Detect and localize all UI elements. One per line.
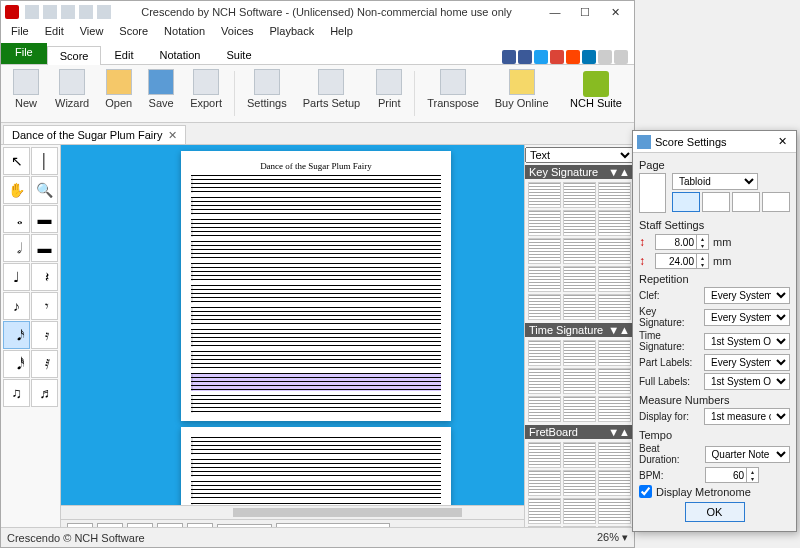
timesig-item[interactable] [528,396,561,422]
buy-button[interactable]: Buy Online [487,67,557,120]
close-tab-icon[interactable]: ✕ [168,129,177,142]
keysig-item[interactable] [598,238,631,264]
bpm-input[interactable] [706,468,746,482]
parts-setup-button[interactable]: Parts Setup [295,67,368,120]
timesig-item[interactable] [563,396,596,422]
qat-open-icon[interactable] [43,5,57,19]
staff-spacing-1-input[interactable] [656,235,696,249]
new-button[interactable]: New [5,67,47,120]
tab-score[interactable]: Score [47,46,102,65]
beat-select[interactable]: Quarter Note [705,446,790,463]
staff-line[interactable] [191,351,441,369]
tool-hand[interactable]: ✋ [3,176,30,204]
tool-whole-rest[interactable]: ▬ [31,205,58,233]
qat-undo-icon[interactable] [79,5,93,19]
settings-button[interactable]: Settings [239,67,295,120]
tool-quarter-note[interactable]: ♩ [3,263,30,291]
menu-view[interactable]: View [72,23,112,43]
tool-zoom[interactable]: 🔍 [31,176,58,204]
settings-icon[interactable] [598,50,612,64]
facebook-icon[interactable] [518,50,532,64]
panel-header-keysig[interactable]: Key Signature▼▲ [525,165,634,179]
help-dropdown-icon[interactable] [614,50,628,64]
clef-select[interactable]: Every System [704,287,790,304]
timesig-item[interactable] [563,368,596,394]
staff-line[interactable] [191,329,441,347]
staff-line[interactable] [191,481,441,499]
timesig-item[interactable] [528,368,561,394]
open-button[interactable]: Open [97,67,140,120]
fret-item[interactable] [563,498,596,524]
staff-line[interactable] [191,395,441,413]
keysig-item[interactable] [563,210,596,236]
keysig-item[interactable] [598,182,631,208]
staff-line[interactable] [191,219,441,237]
panel-header-timesig[interactable]: Time Signature▼▲ [525,323,634,337]
keysig-item[interactable] [528,294,561,320]
tool-eighth-rest[interactable]: 𝄾 [31,292,58,320]
keysig-item[interactable] [563,266,596,292]
bpm-spin[interactable]: ▴▾ [705,467,759,483]
tool-sixteenth-note[interactable]: 𝅘𝅥𝅯 [3,321,30,349]
keysig-item[interactable] [598,294,631,320]
collapse-icon[interactable]: ▼▲ [608,324,630,336]
displayfor-select[interactable]: 1st measure of line [704,408,790,425]
dialog-close-button[interactable]: ✕ [772,135,792,148]
qat-new-icon[interactable] [25,5,39,19]
timesig-item[interactable] [563,340,596,366]
keysig-select[interactable]: Every System [704,309,790,326]
staff-line[interactable] [191,241,441,259]
staff-line[interactable] [191,437,441,455]
staff-spacing-2[interactable]: ▴▾ [655,253,709,269]
transpose-button[interactable]: Transpose [419,67,487,120]
tool-quarter-rest[interactable]: 𝄽 [31,263,58,291]
tool-barline[interactable]: │ [31,147,58,175]
staff-line[interactable] [191,459,441,477]
keysig-item[interactable] [528,210,561,236]
linkedin-icon[interactable] [582,50,596,64]
panel-header-fretboard[interactable]: FretBoard▼▲ [525,425,634,439]
qat-save-icon[interactable] [61,5,75,19]
reddit-icon[interactable] [566,50,580,64]
orientation-portrait[interactable] [672,192,700,212]
keysig-item[interactable] [528,238,561,264]
tool-sixteenth-rest[interactable]: 𝄿 [31,321,58,349]
orientation-opt3[interactable] [732,192,760,212]
document-tab[interactable]: Dance of the Sugar Plum Fairy ✕ [3,125,186,144]
tab-notation[interactable]: Notation [146,45,213,64]
staff-line[interactable] [191,263,441,281]
menu-notation[interactable]: Notation [156,23,213,43]
like-icon[interactable] [502,50,516,64]
metronome-checkbox[interactable] [639,485,652,498]
staff-line[interactable] [191,175,441,193]
tool-whole-note[interactable]: 𝅝 [3,205,30,233]
qat-redo-icon[interactable] [97,5,111,19]
partlabels-select[interactable]: Every System [704,354,790,371]
timesig-item[interactable] [528,340,561,366]
save-button[interactable]: Save [140,67,182,120]
close-button[interactable]: ✕ [600,2,630,22]
fret-item[interactable] [528,470,561,496]
timesig-select[interactable]: 1st System Only [704,333,790,350]
tool-beam-sixteenth[interactable]: ♬ [31,379,58,407]
fret-item[interactable] [528,442,561,468]
tool-half-rest[interactable]: ▬ [31,234,58,262]
fret-item[interactable] [598,470,631,496]
print-button[interactable]: Print [368,67,410,120]
fulllabels-select[interactable]: 1st System Only [704,373,790,390]
tab-edit[interactable]: Edit [101,45,146,64]
keysig-item[interactable] [598,210,631,236]
export-button[interactable]: Export [182,67,230,120]
staff-spacing-1[interactable]: ▴▾ [655,234,709,250]
fret-item[interactable] [598,498,631,524]
menu-score[interactable]: Score [111,23,156,43]
keysig-item[interactable] [528,266,561,292]
zoom-level[interactable]: 26% ▾ [597,531,628,544]
tool-half-note[interactable]: 𝅗𝅥 [3,234,30,262]
timesig-item[interactable] [598,368,631,394]
nch-suite-button[interactable]: NCH Suite [562,67,630,120]
staff-line[interactable] [191,285,441,303]
staff-line[interactable] [191,307,441,325]
timesig-item[interactable] [598,340,631,366]
menu-playback[interactable]: Playback [262,23,323,43]
